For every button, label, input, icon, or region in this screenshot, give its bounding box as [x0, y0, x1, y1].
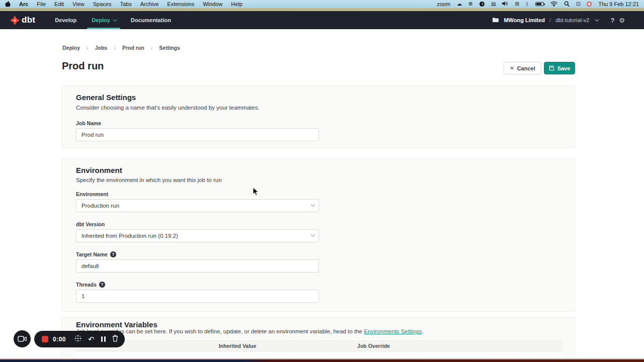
close-icon: ✕: [510, 65, 514, 71]
page-title: Prod run: [62, 60, 104, 72]
environment-heading: Environment: [76, 166, 122, 174]
help-icon[interactable]: ?: [610, 17, 614, 24]
job-name-label: Job Name: [76, 120, 101, 126]
menubar-item-archive[interactable]: Archive: [140, 1, 159, 7]
breadcrumb-prod-run[interactable]: Prod run: [122, 45, 144, 51]
clock-icon[interactable]: [479, 2, 485, 7]
breadcrumb-deploy[interactable]: Deploy: [62, 45, 80, 51]
breadcrumb: Deploy › Jobs › Prod run › Settings: [62, 45, 180, 51]
chevron-down-icon: [113, 17, 117, 21]
target-name-label: Target Name ?: [76, 251, 116, 257]
general-settings-heading: General Settings: [76, 93, 136, 102]
cancel-button[interactable]: ✕ Cancel: [504, 62, 541, 74]
main-nav: Develop Deploy Documentation: [47, 11, 179, 29]
env-vars-col-override: Job Override: [305, 343, 442, 349]
menubar-item-view[interactable]: View: [72, 1, 85, 7]
dots-grid-icon[interactable]: [74, 335, 82, 344]
display-icon[interactable]: ⊡: [576, 2, 580, 7]
apple-menu-icon[interactable]: [5, 1, 11, 7]
environment-select-label: Environment: [76, 191, 108, 197]
gear-icon[interactable]: ⚙: [468, 2, 473, 7]
menubar-zoom-app[interactable]: zoom: [437, 1, 450, 7]
general-settings-subtitle: Consider choosing a name that's easily u…: [76, 105, 260, 111]
breadcrumb-separator-icon: ›: [151, 45, 153, 51]
menubar-item-edit[interactable]: Edit: [54, 1, 64, 7]
wallpaper-strip-top: [0, 8, 644, 11]
window-icon[interactable]: ⊞: [515, 2, 519, 7]
battery-icon[interactable]: [535, 2, 544, 6]
environment-subtitle: Specify the environment in which you wan…: [76, 177, 222, 183]
nav-documentation[interactable]: Documentation: [123, 11, 179, 29]
dbt-logo-icon: [10, 16, 20, 25]
search-icon[interactable]: [564, 1, 570, 8]
wallpaper-strip-bottom: [0, 358, 644, 362]
cloud-icon[interactable]: ☁: [457, 2, 462, 7]
stop-recording-button[interactable]: [42, 336, 48, 342]
environment-card: Environment Specify the environment in w…: [61, 158, 575, 312]
save-button[interactable]: Save: [544, 62, 575, 74]
settings-gear-icon[interactable]: ⚙: [619, 17, 625, 24]
save-floppy-icon: [549, 65, 554, 71]
menubar-clock[interactable]: Thu 9 Feb 12:21: [598, 1, 639, 7]
menubar-item-spaces[interactable]: Spaces: [93, 1, 112, 7]
breadcrumb-jobs[interactable]: Jobs: [95, 45, 108, 51]
mouse-cursor: [253, 187, 259, 198]
trash-icon[interactable]: [112, 335, 118, 344]
menubar-item-extensions[interactable]: Extensions: [167, 1, 194, 7]
dbt-version-select[interactable]: Inherited from Production run (0.19.2): [76, 229, 319, 242]
menubar-item-file[interactable]: File: [37, 1, 46, 7]
dbt-logo[interactable]: dbt: [10, 15, 35, 25]
recording-time: 0:00: [53, 336, 66, 343]
recorder-camera-button[interactable]: [14, 330, 31, 347]
environments-settings-link[interactable]: Environments Settings: [364, 328, 422, 334]
environment-select[interactable]: Production run: [76, 199, 319, 212]
dbt-app-header: dbt Develop Deploy Documentation MWong L…: [0, 11, 644, 29]
recorder-toolbar: 0:00 ↶: [34, 331, 125, 347]
siri-icon[interactable]: [587, 2, 592, 7]
main-content: Deploy › Jobs › Prod run › Settings Prod…: [0, 29, 644, 358]
threads-label: Threads ?: [76, 282, 105, 288]
folder-icon: [492, 17, 499, 24]
dbt-logo-text: dbt: [22, 15, 35, 25]
env-vars-table-row: [76, 352, 563, 358]
video-camera-icon: [18, 336, 27, 342]
nav-deploy[interactable]: Deploy: [84, 11, 123, 29]
menubar-item-arc[interactable]: Arc: [19, 1, 28, 7]
chevron-down-icon: [311, 203, 315, 207]
undo-icon[interactable]: ↶: [88, 336, 95, 343]
volume-icon[interactable]: [502, 1, 508, 7]
account-name[interactable]: MWong Limited: [504, 17, 545, 23]
nav-develop[interactable]: Develop: [47, 11, 84, 29]
environment-variables-card: Environment Variables Job level override…: [61, 317, 575, 358]
menubar-item-help[interactable]: Help: [231, 1, 243, 7]
menubar-item-window[interactable]: Window: [203, 1, 222, 7]
target-name-input[interactable]: [76, 259, 319, 273]
help-tooltip-icon[interactable]: ?: [110, 251, 116, 257]
chevron-down-icon: [311, 233, 315, 237]
threads-input[interactable]: [76, 290, 319, 303]
app-grid-icon[interactable]: ▤: [491, 2, 496, 7]
dbt-version-label: dbt Version: [76, 221, 105, 227]
account-project-separator: /: [549, 17, 551, 23]
bluetooth-icon[interactable]: ᛒ: [526, 2, 529, 7]
environment-variables-description: Job level overrides can be set here. If …: [76, 328, 423, 334]
project-name[interactable]: dbt-tutorial-v2: [555, 17, 589, 23]
chevron-down-icon[interactable]: [595, 17, 599, 21]
breadcrumb-separator-icon: ›: [87, 45, 89, 51]
env-vars-col-inherited: Inherited Value: [170, 343, 305, 349]
environment-variables-heading: Environment Variables: [76, 320, 157, 329]
help-tooltip-icon[interactable]: ?: [99, 282, 105, 288]
env-vars-table-header: Inherited Value Job Override: [76, 340, 563, 351]
menubar-item-tabs[interactable]: Tabs: [120, 1, 131, 7]
breadcrumb-settings[interactable]: Settings: [159, 45, 180, 51]
pause-icon[interactable]: [101, 336, 106, 342]
job-name-input[interactable]: [76, 128, 319, 141]
breadcrumb-separator-icon: ›: [114, 45, 116, 51]
general-settings-card: General Settings Consider choosing a nam…: [61, 85, 575, 148]
macos-menubar: Arc File Edit View Spaces Tabs Archive E…: [0, 0, 644, 8]
active-tab-underline: [87, 28, 120, 29]
wifi-icon[interactable]: [550, 1, 557, 8]
